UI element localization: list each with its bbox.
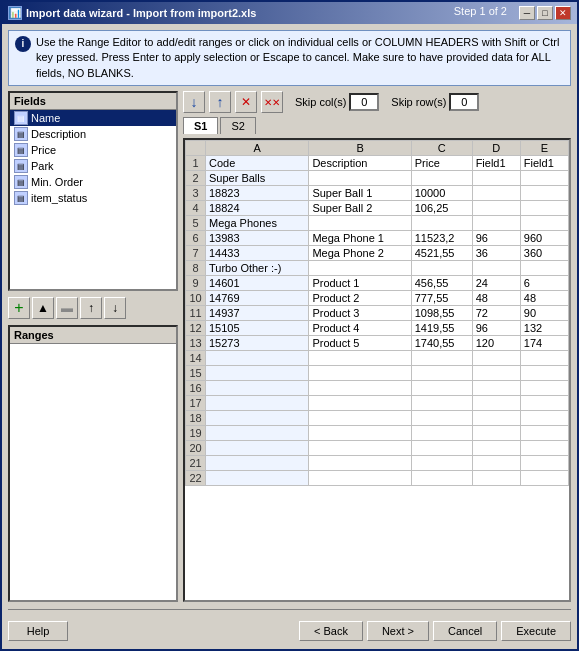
table-cell[interactable]	[309, 411, 411, 426]
table-cell[interactable]: Product 3	[309, 306, 411, 321]
table-cell[interactable]	[520, 186, 568, 201]
skip-cols-input[interactable]	[349, 93, 379, 111]
field-item-min-order[interactable]: ▤ Min. Order	[10, 174, 176, 190]
table-cell[interactable]	[206, 471, 309, 486]
table-cell[interactable]	[520, 471, 568, 486]
maximize-button[interactable]: □	[537, 6, 553, 20]
table-cell[interactable]: 1740,55	[411, 336, 472, 351]
table-cell[interactable]: 36	[472, 246, 520, 261]
table-cell[interactable]	[472, 426, 520, 441]
table-cell[interactable]	[411, 366, 472, 381]
table-cell[interactable]: 960	[520, 231, 568, 246]
table-cell[interactable]: Mega Phones	[206, 216, 309, 231]
table-cell[interactable]	[206, 456, 309, 471]
field-item-price[interactable]: ▤ Price	[10, 142, 176, 158]
table-cell[interactable]	[472, 216, 520, 231]
table-cell[interactable]	[472, 441, 520, 456]
table-cell[interactable]	[309, 396, 411, 411]
table-cell[interactable]	[520, 456, 568, 471]
table-cell[interactable]	[520, 426, 568, 441]
col-header-d[interactable]: D	[472, 141, 520, 156]
table-cell[interactable]	[309, 351, 411, 366]
table-cell[interactable]: 14937	[206, 306, 309, 321]
table-cell[interactable]: Product 1	[309, 276, 411, 291]
col-header-b[interactable]: B	[309, 141, 411, 156]
table-cell[interactable]: Super Ball 1	[309, 186, 411, 201]
table-cell[interactable]	[411, 426, 472, 441]
table-cell[interactable]	[309, 216, 411, 231]
table-cell[interactable]: 456,55	[411, 276, 472, 291]
table-cell[interactable]: 15105	[206, 321, 309, 336]
table-cell[interactable]	[309, 471, 411, 486]
table-cell[interactable]: Product 4	[309, 321, 411, 336]
table-cell[interactable]: 360	[520, 246, 568, 261]
table-cell[interactable]	[206, 351, 309, 366]
table-cell[interactable]: Mega Phone 2	[309, 246, 411, 261]
table-cell[interactable]	[206, 396, 309, 411]
table-cell[interactable]	[520, 351, 568, 366]
table-cell[interactable]: Super Balls	[206, 171, 309, 186]
col-header-a[interactable]: A	[206, 141, 309, 156]
table-cell[interactable]	[472, 471, 520, 486]
col-header-e[interactable]: E	[520, 141, 568, 156]
table-cell[interactable]: 72	[472, 306, 520, 321]
up-arrow-button[interactable]: ↑	[209, 91, 231, 113]
minimize-button[interactable]: ─	[519, 6, 535, 20]
table-cell[interactable]: 1419,55	[411, 321, 472, 336]
table-cell[interactable]	[309, 381, 411, 396]
sheet-tab-s2[interactable]: S2	[220, 117, 255, 134]
table-cell[interactable]	[411, 171, 472, 186]
table-cell[interactable]: 777,55	[411, 291, 472, 306]
arrow-down-button[interactable]: ↓	[104, 297, 126, 319]
table-cell[interactable]: Turbo Other :-)	[206, 261, 309, 276]
table-cell[interactable]	[520, 171, 568, 186]
table-cell[interactable]	[472, 186, 520, 201]
table-cell[interactable]: Product 5	[309, 336, 411, 351]
table-cell[interactable]: 18823	[206, 186, 309, 201]
skip-rows-input[interactable]	[449, 93, 479, 111]
table-cell[interactable]: 48	[472, 291, 520, 306]
table-cell[interactable]	[411, 351, 472, 366]
table-cell[interactable]	[309, 441, 411, 456]
table-cell[interactable]: 14769	[206, 291, 309, 306]
execute-button[interactable]: Execute	[501, 621, 571, 641]
table-cell[interactable]	[411, 216, 472, 231]
table-cell[interactable]: 13983	[206, 231, 309, 246]
cancel-button[interactable]: Cancel	[433, 621, 497, 641]
table-cell[interactable]	[520, 261, 568, 276]
table-cell[interactable]: 24	[472, 276, 520, 291]
table-cell[interactable]	[520, 381, 568, 396]
table-cell[interactable]: Product 2	[309, 291, 411, 306]
table-cell[interactable]: Price	[411, 156, 472, 171]
table-cell[interactable]	[206, 441, 309, 456]
field-item-park[interactable]: ▤ Park	[10, 158, 176, 174]
table-cell[interactable]: Field1	[472, 156, 520, 171]
table-cell[interactable]	[206, 366, 309, 381]
delete-button[interactable]: ✕	[235, 91, 257, 113]
table-cell[interactable]: 11523,2	[411, 231, 472, 246]
table-cell[interactable]: Description	[309, 156, 411, 171]
table-cell[interactable]	[309, 456, 411, 471]
table-cell[interactable]: 132	[520, 321, 568, 336]
table-cell[interactable]: 6	[520, 276, 568, 291]
table-cell[interactable]	[520, 366, 568, 381]
table-cell[interactable]	[520, 216, 568, 231]
table-cell[interactable]	[411, 411, 472, 426]
table-cell[interactable]	[472, 381, 520, 396]
move-down-button[interactable]: ▬	[56, 297, 78, 319]
table-cell[interactable]	[472, 396, 520, 411]
close-button[interactable]: ✕	[555, 6, 571, 20]
table-cell[interactable]	[206, 426, 309, 441]
down-arrow-button[interactable]: ↓	[183, 91, 205, 113]
table-cell[interactable]	[472, 201, 520, 216]
table-cell[interactable]	[309, 366, 411, 381]
table-cell[interactable]	[472, 171, 520, 186]
table-cell[interactable]	[411, 381, 472, 396]
table-cell[interactable]	[472, 351, 520, 366]
data-grid[interactable]: A B C D E 1CodeDescriptionPriceField1Fie…	[183, 138, 571, 602]
add-range-button[interactable]: +	[8, 297, 30, 319]
table-cell[interactable]	[411, 261, 472, 276]
table-cell[interactable]: 90	[520, 306, 568, 321]
table-cell[interactable]: Code	[206, 156, 309, 171]
table-cell[interactable]: 120	[472, 336, 520, 351]
